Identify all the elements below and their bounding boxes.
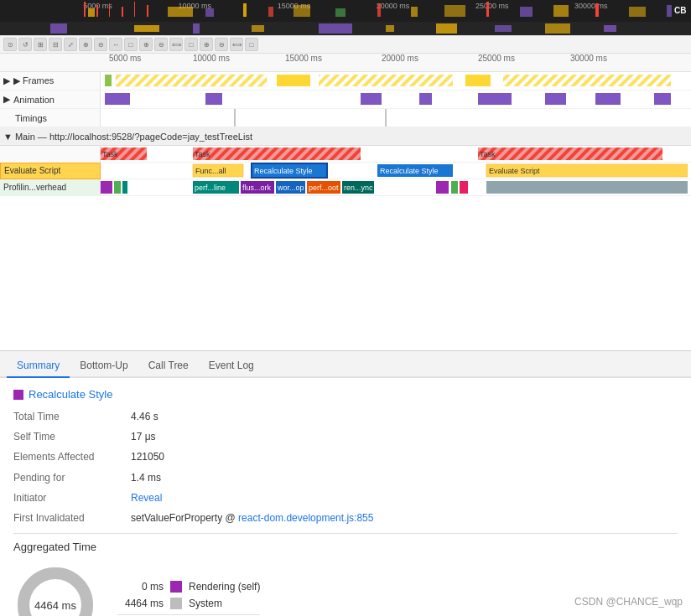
total-time-label: Total Time [13,409,131,425]
svg-text:wor...op: wor...op [277,184,304,192]
main-thread-header: ▼ Main — http://localhost:9528/?pageCode… [0,127,691,146]
svg-rect-48 [595,93,621,105]
rendering-color [170,581,182,593]
svg-rect-37 [319,75,453,86]
ruler-10000: 10000 ms [193,54,230,63]
elements-affected-row: Elements Affected 121050 [13,449,678,465]
toolbar-icon-3[interactable]: ⊞ [34,38,47,51]
toolbar-icon-2[interactable]: ↺ [18,38,32,51]
svg-rect-46 [478,93,512,105]
tab-summary[interactable]: Summary [7,355,70,378]
ruler-20000: 20000 ms [382,54,418,63]
svg-rect-21 [667,5,672,17]
animation-svg [101,91,688,108]
flame-ruler: 5000 ms 10000 ms 15000 ms 20000 ms 25000… [0,54,691,72]
toolbar-icon-17[interactable]: □ [245,38,258,51]
toolbar-icon-15[interactable]: ⊖ [215,38,228,51]
evaluate-script-row: Evaluate Script Func...all Recalculate S… [0,163,691,179]
profiling-text: Profilin...verhead [3,183,66,192]
svg-rect-18 [553,5,569,17]
aggregated-content: 4464 ms 0 ms Rendering (self) 4464 ms Sy… [13,563,678,616]
svg-rect-31 [545,23,570,34]
tab-event-log[interactable]: Event Log [199,355,264,378]
frames-svg [101,72,688,90]
svg-text:Func...all: Func...all [195,167,226,175]
profiling-content: perf...line flus...ork wor...op perf...o… [101,179,691,195]
first-invalidated-label: First Invalidated [13,510,131,526]
animation-label[interactable]: ▶ Animation [0,91,101,108]
svg-rect-69 [114,181,121,194]
toolbar-icon-7[interactable]: ⊖ [94,38,107,51]
toolbar-icon-10[interactable]: ⊕ [139,38,153,51]
evaluate-script-svg: Func...all Recalculate Style Recalculate… [101,163,688,179]
self-time-label: Self Time [13,429,131,445]
frames-arrow: ▶ [3,75,10,86]
frames-label[interactable]: ▶ ▶ Frames [0,72,101,90]
svg-rect-10 [268,7,273,17]
legend-system: 4464 ms System [117,598,260,609]
svg-rect-44 [361,93,382,105]
toolbar-icon-11[interactable]: ⊖ [154,38,168,51]
svg-rect-36 [277,75,310,86]
tab-bottom-up[interactable]: Bottom-Up [70,355,138,378]
svg-rect-15 [444,5,465,17]
profiling-row: Profilin...verhead perf...line flus...or… [0,179,691,196]
evaluate-script-label: Evaluate Script [0,163,101,179]
svg-text:Recalculate Style: Recalculate Style [380,167,439,175]
summary-panel: Recalculate Style Total Time 4.46 s Self… [0,378,691,616]
donut-chart: 4464 ms [13,563,97,616]
svg-rect-58 [478,148,662,160]
toolbar-icon-14[interactable]: ⊕ [200,38,213,51]
overview-flame-svg [0,22,691,35]
toolbar-icon-12[interactable]: ⟺ [169,38,183,51]
svg-rect-1 [96,5,98,17]
initiator-row: Initiator Reveal [13,490,678,506]
svg-rect-81 [436,181,449,194]
svg-rect-7 [168,7,193,17]
first-invalidated-at: @ [226,512,239,524]
animation-text: Animation [13,95,55,105]
toolbar-icon-1[interactable]: ⊙ [3,38,17,51]
svg-rect-32 [604,25,616,32]
pending-for-row: Pending for 1.4 ms [13,470,678,486]
watermark: CSDN @CHANCE_wqp [574,596,683,608]
frames-text: ▶ Frames [13,75,54,86]
task-row-content: Task Task Task [101,146,691,162]
svg-text:CB: CB [674,6,686,15]
svg-rect-26 [252,25,264,32]
svg-rect-43 [205,93,222,105]
ruler-5000: 5000 ms [109,54,141,63]
timings-text: Timings [3,113,47,123]
svg-rect-6 [88,8,95,17]
tab-call-tree[interactable]: Call Tree [138,355,199,378]
toolbar-icon-16[interactable]: ⟺ [230,38,243,51]
timings-svg [101,109,688,127]
overview-timeline: 5000 ms 10000 ms 15000 ms 20000 ms 25000… [0,0,691,35]
legend-rendering: 0 ms Rendering (self) [117,581,260,593]
toolbar-icon-8[interactable]: ↔ [109,38,122,51]
svg-rect-83 [460,181,468,194]
total-time-value: 4.46 s [131,409,158,425]
summary-color-box [13,390,23,400]
ruler-15000: 15000 ms [285,54,322,63]
summary-table: Total Time 4.46 s Self Time 17 μs Elemen… [13,409,678,526]
svg-text:Task: Task [195,150,210,158]
frames-content [101,72,691,90]
donut-center: 4464 ms [34,599,76,612]
donut-value: 4464 ms [34,599,76,612]
toolbar-icon-5[interactable]: ⤢ [64,38,77,51]
toolbar-icon-4[interactable]: ⊟ [49,38,62,51]
svg-rect-11 [294,5,310,17]
first-invalidated-link[interactable]: react-dom.development.js:855 [238,512,373,524]
task-row: Task Task Task [0,146,691,163]
toolbar-icon-9[interactable]: □ [124,38,138,51]
toolbar-icon-13[interactable]: □ [184,38,198,51]
reveal-link[interactable]: Reveal [131,490,162,506]
svg-rect-49 [654,93,671,105]
task-svg: Task Task Task [101,146,688,162]
summary-title: Recalculate Style [13,388,678,401]
svg-text:perf...line: perf...line [195,184,226,192]
svg-rect-5 [147,5,148,17]
svg-rect-42 [105,93,130,105]
toolbar-icon-6[interactable]: ⊕ [79,38,92,51]
